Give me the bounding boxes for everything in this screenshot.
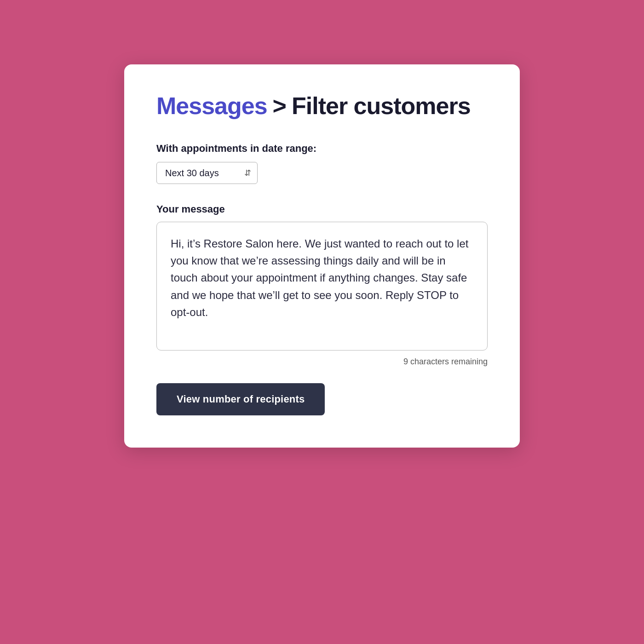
date-range-select-wrapper: Next 30 days Next 7 days Last 30 days La…	[156, 162, 258, 184]
message-textarea[interactable]: Hi, it’s Restore Salon here. We just wan…	[156, 222, 488, 351]
message-label: Your message	[156, 203, 488, 215]
view-recipients-button[interactable]: View number of recipients	[156, 383, 325, 415]
page-background: Messages > Filter customers With appoint…	[0, 0, 644, 644]
date-range-label: With appointments in date range:	[156, 143, 488, 155]
breadcrumb-messages: Messages	[156, 92, 267, 120]
chars-remaining: 9 characters remaining	[156, 357, 488, 367]
main-card: Messages > Filter customers With appoint…	[124, 64, 520, 448]
date-range-select[interactable]: Next 30 days Next 7 days Last 30 days La…	[156, 162, 258, 184]
breadcrumb: Messages > Filter customers	[156, 92, 488, 120]
breadcrumb-current: Filter customers	[292, 92, 471, 120]
breadcrumb-separator: >	[273, 92, 286, 120]
